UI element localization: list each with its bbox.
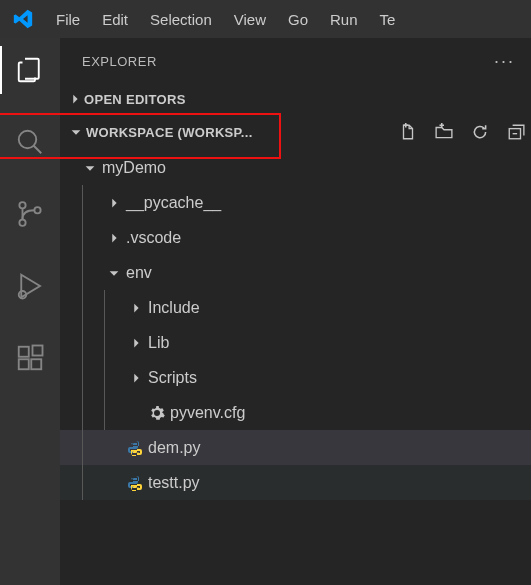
file-pyvenv[interactable]: pyvenv.cfg: [60, 395, 531, 430]
new-file-icon[interactable]: [399, 123, 417, 141]
python-file-icon: [124, 475, 146, 491]
svg-rect-9: [33, 346, 43, 356]
collapse-all-icon[interactable]: [507, 123, 525, 141]
chevron-right-icon: [66, 92, 84, 106]
new-folder-icon[interactable]: [435, 123, 453, 141]
menu-go[interactable]: Go: [278, 5, 318, 34]
chevron-right-icon: [126, 336, 146, 350]
chevron-down-icon: [66, 125, 86, 139]
svg-point-3: [19, 220, 25, 226]
activity-search-icon[interactable]: [12, 124, 48, 160]
menu-run[interactable]: Run: [320, 5, 368, 34]
python-file-icon: [124, 440, 146, 456]
workspace-actions: [389, 123, 531, 141]
explorer-more-icon[interactable]: ···: [494, 51, 515, 72]
svg-point-4: [34, 207, 40, 213]
file-testt-py[interactable]: testt.py: [60, 465, 531, 500]
svg-line-1: [34, 146, 42, 154]
menu-file[interactable]: File: [46, 5, 90, 34]
chevron-right-icon: [126, 371, 146, 385]
explorer-title: EXPLORER: [82, 54, 157, 69]
main-area: EXPLORER ··· OPEN EDITORS WORKSPACE (WOR…: [0, 38, 531, 585]
activity-extensions-icon[interactable]: [12, 340, 48, 376]
folder-env[interactable]: env: [60, 255, 531, 290]
menu-selection[interactable]: Selection: [140, 5, 222, 34]
folder-label: myDemo: [100, 159, 166, 177]
chevron-down-icon: [104, 266, 124, 280]
folder-label: .vscode: [124, 229, 181, 247]
titlebar: File Edit Selection View Go Run Te: [0, 0, 531, 38]
refresh-icon[interactable]: [471, 123, 489, 141]
svg-point-0: [19, 131, 37, 149]
explorer-sidebar: EXPLORER ··· OPEN EDITORS WORKSPACE (WOR…: [60, 38, 531, 585]
folder-label: env: [124, 264, 152, 282]
svg-point-2: [19, 202, 25, 208]
folder-label: __pycache__: [124, 194, 221, 212]
file-tree: myDemo __pycache__ .vscode env Inclu: [60, 150, 531, 585]
folder-label: Scripts: [146, 369, 197, 387]
workspace-label: WORKSPACE (WORKSP...: [86, 125, 253, 140]
open-editors-label: OPEN EDITORS: [84, 92, 186, 107]
folder-lib[interactable]: Lib: [60, 325, 531, 360]
chevron-right-icon: [126, 301, 146, 315]
folder-pycache[interactable]: __pycache__: [60, 185, 531, 220]
activity-run-debug-icon[interactable]: [12, 268, 48, 304]
svg-rect-7: [19, 359, 29, 369]
activity-bar: [0, 38, 60, 585]
folder-include[interactable]: Include: [60, 290, 531, 325]
vscode-logo-icon: [12, 8, 34, 30]
activity-explorer-icon[interactable]: [12, 52, 48, 88]
folder-scripts[interactable]: Scripts: [60, 360, 531, 395]
folder-label: Include: [146, 299, 200, 317]
menu-edit[interactable]: Edit: [92, 5, 138, 34]
activity-source-control-icon[interactable]: [12, 196, 48, 232]
svg-rect-8: [31, 359, 41, 369]
svg-rect-6: [19, 347, 29, 357]
menu-view[interactable]: View: [224, 5, 276, 34]
folder-vscode[interactable]: .vscode: [60, 220, 531, 255]
gear-icon: [146, 405, 168, 421]
chevron-right-icon: [104, 196, 124, 210]
file-label: pyvenv.cfg: [168, 404, 245, 422]
explorer-header: EXPLORER ···: [60, 38, 531, 84]
folder-mydemo[interactable]: myDemo: [60, 150, 531, 185]
open-editors-section[interactable]: OPEN EDITORS: [60, 84, 531, 114]
menu-terminal-cut[interactable]: Te: [370, 5, 406, 34]
chevron-right-icon: [104, 231, 124, 245]
folder-label: Lib: [146, 334, 169, 352]
file-label: testt.py: [146, 474, 200, 492]
chevron-down-icon: [80, 161, 100, 175]
workspace-section[interactable]: WORKSPACE (WORKSP...: [60, 114, 531, 150]
file-dem-py[interactable]: dem.py: [60, 430, 531, 465]
file-label: dem.py: [146, 439, 200, 457]
